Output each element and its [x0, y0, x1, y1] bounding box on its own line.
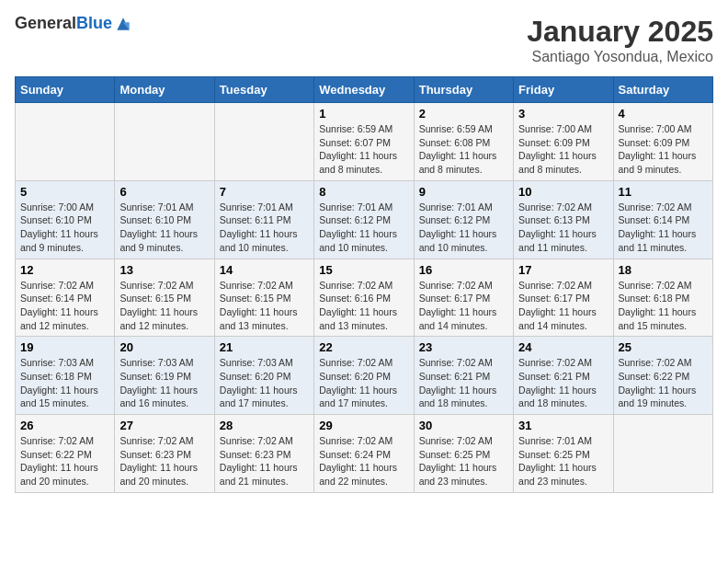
week-row-2: 5Sunrise: 7:00 AM Sunset: 6:10 PM Daylig…	[16, 180, 713, 259]
calendar-cell: 19Sunrise: 7:03 AM Sunset: 6:18 PM Dayli…	[16, 337, 115, 415]
week-row-1: 1Sunrise: 6:59 AM Sunset: 6:07 PM Daylig…	[16, 103, 713, 181]
header-day-monday: Monday	[115, 77, 214, 103]
header-day-sunday: Sunday	[16, 77, 115, 103]
day-number: 31	[518, 419, 608, 432]
calendar-cell: 15Sunrise: 7:02 AM Sunset: 6:16 PM Dayli…	[314, 259, 414, 337]
day-info: Sunrise: 7:01 AM Sunset: 6:11 PM Dayligh…	[220, 201, 309, 255]
page-title: January 2025	[527, 15, 713, 49]
day-number: 16	[419, 263, 508, 277]
day-number: 12	[20, 263, 109, 277]
calendar-cell: 18Sunrise: 7:02 AM Sunset: 6:18 PM Dayli…	[613, 259, 712, 337]
day-number: 1	[319, 107, 408, 121]
calendar-cell: 14Sunrise: 7:02 AM Sunset: 6:15 PM Dayli…	[214, 259, 313, 337]
day-info: Sunrise: 7:01 AM Sunset: 6:10 PM Dayligh…	[119, 201, 209, 255]
day-number: 29	[319, 419, 408, 432]
day-number: 8	[319, 185, 408, 199]
calendar-cell: 6Sunrise: 7:01 AM Sunset: 6:10 PM Daylig…	[115, 180, 214, 259]
header-day-thursday: Thursday	[414, 77, 513, 103]
calendar-cell: 11Sunrise: 7:02 AM Sunset: 6:14 PM Dayli…	[613, 180, 712, 259]
calendar-cell: 31Sunrise: 7:01 AM Sunset: 6:25 PM Dayli…	[514, 415, 613, 493]
day-info: Sunrise: 7:02 AM Sunset: 6:17 PM Dayligh…	[518, 279, 608, 333]
day-number: 6	[119, 185, 209, 199]
calendar-cell: 4Sunrise: 7:00 AM Sunset: 6:09 PM Daylig…	[613, 103, 712, 181]
day-info: Sunrise: 7:02 AM Sunset: 6:15 PM Dayligh…	[119, 279, 209, 333]
calendar-cell: 23Sunrise: 7:02 AM Sunset: 6:21 PM Dayli…	[414, 337, 513, 415]
header-row: SundayMondayTuesdayWednesdayThursdayFrid…	[16, 77, 713, 103]
calendar-cell: 28Sunrise: 7:02 AM Sunset: 6:23 PM Dayli…	[214, 415, 313, 493]
calendar-cell: 2Sunrise: 6:59 AM Sunset: 6:08 PM Daylig…	[414, 103, 513, 181]
day-info: Sunrise: 7:02 AM Sunset: 6:14 PM Dayligh…	[20, 279, 109, 333]
day-info: Sunrise: 6:59 AM Sunset: 6:08 PM Dayligh…	[419, 122, 508, 177]
day-number: 25	[619, 340, 708, 354]
day-number: 18	[619, 263, 708, 277]
day-number: 28	[220, 419, 309, 432]
day-number: 24	[518, 340, 608, 354]
day-number: 10	[518, 185, 608, 199]
day-info: Sunrise: 7:02 AM Sunset: 6:17 PM Dayligh…	[419, 279, 508, 333]
day-info: Sunrise: 7:00 AM Sunset: 6:10 PM Dayligh…	[20, 201, 109, 255]
header-day-saturday: Saturday	[613, 77, 712, 103]
day-number: 2	[419, 107, 508, 121]
calendar-cell: 29Sunrise: 7:02 AM Sunset: 6:24 PM Dayli…	[314, 415, 414, 493]
calendar-cell: 27Sunrise: 7:02 AM Sunset: 6:23 PM Dayli…	[115, 415, 214, 493]
calendar-cell: 5Sunrise: 7:00 AM Sunset: 6:10 PM Daylig…	[16, 180, 115, 259]
day-number: 27	[119, 419, 209, 432]
week-row-5: 26Sunrise: 7:02 AM Sunset: 6:22 PM Dayli…	[16, 415, 713, 493]
day-info: Sunrise: 7:02 AM Sunset: 6:23 PM Dayligh…	[119, 434, 209, 488]
page-subtitle: Santiago Yosondua, Mexico	[527, 49, 713, 65]
day-number: 23	[419, 340, 508, 354]
title-block: January 2025 Santiago Yosondua, Mexico	[527, 15, 713, 65]
day-info: Sunrise: 7:02 AM Sunset: 6:25 PM Dayligh…	[419, 434, 508, 488]
calendar-cell: 30Sunrise: 7:02 AM Sunset: 6:25 PM Dayli…	[414, 415, 513, 493]
day-info: Sunrise: 7:03 AM Sunset: 6:20 PM Dayligh…	[220, 356, 309, 410]
day-number: 14	[220, 263, 309, 277]
day-number: 21	[220, 340, 309, 354]
day-info: Sunrise: 7:02 AM Sunset: 6:23 PM Dayligh…	[220, 434, 309, 488]
logo: GeneralBlue	[15, 15, 132, 33]
day-number: 22	[319, 340, 408, 354]
calendar-cell: 13Sunrise: 7:02 AM Sunset: 6:15 PM Dayli…	[115, 259, 214, 337]
calendar-header: SundayMondayTuesdayWednesdayThursdayFrid…	[16, 77, 713, 103]
day-number: 4	[619, 107, 708, 121]
calendar-cell: 24Sunrise: 7:02 AM Sunset: 6:21 PM Dayli…	[514, 337, 613, 415]
calendar-cell: 25Sunrise: 7:02 AM Sunset: 6:22 PM Dayli…	[613, 337, 712, 415]
calendar-cell	[16, 103, 115, 181]
calendar-cell: 22Sunrise: 7:02 AM Sunset: 6:20 PM Dayli…	[314, 337, 414, 415]
calendar-cell: 16Sunrise: 7:02 AM Sunset: 6:17 PM Dayli…	[414, 259, 513, 337]
page-header: GeneralBlue January 2025 Santiago Yosond…	[15, 15, 713, 65]
week-row-4: 19Sunrise: 7:03 AM Sunset: 6:18 PM Dayli…	[16, 337, 713, 415]
calendar-body: 1Sunrise: 6:59 AM Sunset: 6:07 PM Daylig…	[16, 103, 713, 493]
day-number: 17	[518, 263, 608, 277]
day-info: Sunrise: 7:02 AM Sunset: 6:15 PM Dayligh…	[220, 279, 309, 333]
calendar-table: SundayMondayTuesdayWednesdayThursdayFrid…	[15, 76, 713, 493]
day-info: Sunrise: 7:01 AM Sunset: 6:25 PM Dayligh…	[518, 434, 608, 488]
day-number: 26	[20, 419, 109, 432]
header-day-wednesday: Wednesday	[314, 77, 414, 103]
day-info: Sunrise: 7:01 AM Sunset: 6:12 PM Dayligh…	[319, 201, 408, 255]
calendar-cell	[115, 103, 214, 181]
day-info: Sunrise: 7:02 AM Sunset: 6:21 PM Dayligh…	[419, 356, 508, 410]
day-info: Sunrise: 7:02 AM Sunset: 6:16 PM Dayligh…	[319, 279, 408, 333]
day-info: Sunrise: 6:59 AM Sunset: 6:07 PM Dayligh…	[319, 122, 408, 177]
day-number: 3	[518, 107, 608, 121]
day-info: Sunrise: 7:02 AM Sunset: 6:14 PM Dayligh…	[619, 201, 708, 255]
day-info: Sunrise: 7:02 AM Sunset: 6:20 PM Dayligh…	[319, 356, 408, 410]
day-number: 11	[619, 185, 708, 199]
calendar-cell: 7Sunrise: 7:01 AM Sunset: 6:11 PM Daylig…	[214, 180, 313, 259]
calendar-cell: 26Sunrise: 7:02 AM Sunset: 6:22 PM Dayli…	[16, 415, 115, 493]
day-info: Sunrise: 7:02 AM Sunset: 6:21 PM Dayligh…	[518, 356, 608, 410]
day-info: Sunrise: 7:03 AM Sunset: 6:19 PM Dayligh…	[119, 356, 209, 410]
logo-general-text: General	[15, 14, 76, 32]
day-info: Sunrise: 7:02 AM Sunset: 6:18 PM Dayligh…	[619, 279, 708, 333]
week-row-3: 12Sunrise: 7:02 AM Sunset: 6:14 PM Dayli…	[16, 259, 713, 337]
day-info: Sunrise: 7:00 AM Sunset: 6:09 PM Dayligh…	[518, 122, 608, 177]
calendar-cell: 1Sunrise: 6:59 AM Sunset: 6:07 PM Daylig…	[314, 103, 414, 181]
day-number: 15	[319, 263, 408, 277]
calendar-cell: 3Sunrise: 7:00 AM Sunset: 6:09 PM Daylig…	[514, 103, 613, 181]
day-number: 19	[20, 340, 109, 354]
calendar-cell: 21Sunrise: 7:03 AM Sunset: 6:20 PM Dayli…	[214, 337, 313, 415]
day-info: Sunrise: 7:00 AM Sunset: 6:09 PM Dayligh…	[619, 122, 708, 177]
calendar-cell: 12Sunrise: 7:02 AM Sunset: 6:14 PM Dayli…	[16, 259, 115, 337]
calendar-cell: 8Sunrise: 7:01 AM Sunset: 6:12 PM Daylig…	[314, 180, 414, 259]
header-day-tuesday: Tuesday	[214, 77, 313, 103]
